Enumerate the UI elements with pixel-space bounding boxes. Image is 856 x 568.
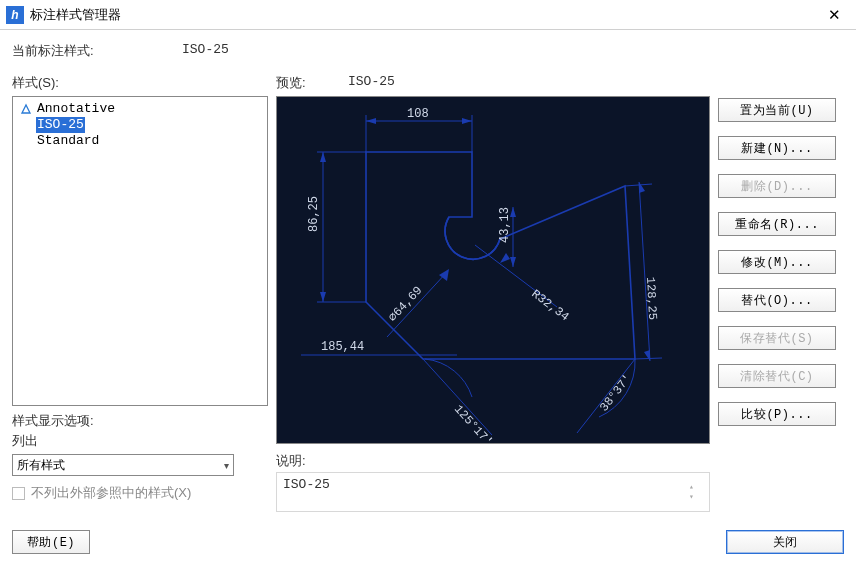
current-style-row: 当前标注样式: ISO-25: [12, 42, 844, 60]
dim-4313: 43,13: [498, 207, 512, 243]
dim-8625: 86,25: [307, 196, 321, 232]
list-filter-select[interactable]: 所有样式 ▾: [12, 454, 234, 476]
dim-r3234: R32,34: [529, 287, 572, 324]
window-close-button[interactable]: ✕: [812, 0, 856, 30]
close-button[interactable]: 关闭: [726, 530, 844, 554]
preview-header-label: 预览:: [276, 74, 348, 92]
dim-18544: 185,44: [321, 340, 364, 354]
annotative-icon: [20, 103, 32, 115]
style-item-annotative[interactable]: Annotative: [19, 101, 261, 117]
section-headers: 样式(S): 预览: ISO-25: [12, 74, 844, 92]
list-filter-value: 所有样式: [17, 457, 65, 474]
svg-line-7: [625, 184, 652, 186]
dim-108: 108: [407, 107, 429, 121]
new-button[interactable]: 新建(N)...: [718, 136, 836, 160]
modify-button[interactable]: 修改(M)...: [718, 250, 836, 274]
list-label: 列出: [12, 432, 268, 450]
override-button[interactable]: 替代(O)...: [718, 288, 836, 312]
preview-header-value: ISO-25: [348, 74, 395, 92]
delete-button: 删除(D)...: [718, 174, 836, 198]
current-style-value: ISO-25: [182, 42, 229, 60]
description-spinner[interactable]: ▴ ▾: [689, 477, 703, 507]
checkbox-icon[interactable]: [12, 487, 25, 500]
help-button[interactable]: 帮助(E): [12, 530, 90, 554]
spinner-down-icon[interactable]: ▾: [689, 493, 703, 501]
display-options-label: 样式显示选项:: [12, 412, 268, 430]
styles-listbox[interactable]: Annotative ISO-25 Standard: [12, 96, 268, 406]
style-item-label: ISO-25: [36, 117, 85, 133]
dim-a12517: 125°17': [451, 402, 495, 443]
preview-canvas: 108 86,25 128,25 43,13: [276, 96, 710, 444]
exclude-xref-label: 不列出外部参照中的样式(X): [31, 484, 191, 502]
compare-button[interactable]: 比较(P)...: [718, 402, 836, 426]
title-bar: h 标注样式管理器 ✕: [0, 0, 856, 30]
exclude-xref-checkbox-row[interactable]: 不列出外部参照中的样式(X): [12, 484, 268, 502]
style-item-label: Annotative: [36, 101, 116, 117]
description-label: 说明:: [276, 452, 710, 470]
current-style-label: 当前标注样式:: [12, 42, 182, 60]
style-item-label: Standard: [36, 133, 100, 149]
dim-phi6469: ⌀64,69: [386, 284, 426, 325]
dim-a3837: 38°37': [597, 372, 635, 415]
save-override-button: 保存替代(S): [718, 326, 836, 350]
svg-line-6: [639, 182, 650, 361]
clear-override-button: 清除替代(C): [718, 364, 836, 388]
chevron-down-icon: ▾: [224, 460, 229, 471]
dim-12825: 128,25: [643, 276, 659, 320]
description-box: ISO-25 ▴ ▾: [276, 472, 710, 512]
rename-button[interactable]: 重命名(R)...: [718, 212, 836, 236]
blank-icon: [20, 119, 32, 131]
style-item-iso25[interactable]: ISO-25: [19, 117, 261, 133]
styles-header: 样式(S):: [12, 74, 276, 92]
app-icon: h: [6, 6, 24, 24]
blank-icon: [20, 135, 32, 147]
set-current-button[interactable]: 置为当前(U): [718, 98, 836, 122]
window-title: 标注样式管理器: [30, 6, 812, 24]
style-item-standard[interactable]: Standard: [19, 133, 261, 149]
description-text: ISO-25: [283, 477, 330, 507]
spinner-up-icon[interactable]: ▴: [689, 483, 703, 491]
